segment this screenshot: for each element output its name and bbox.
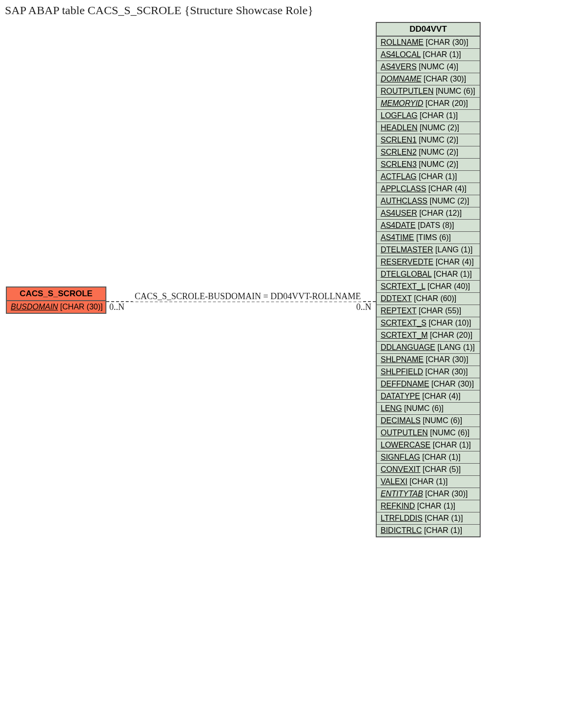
field-name: DTELMASTER — [381, 245, 433, 254]
field-type: [CHAR (30)] — [58, 303, 103, 311]
field-name: LOGFLAG — [381, 111, 418, 120]
field-name: SCRTEXT_L — [381, 282, 426, 290]
field-name: BUSDOMAIN — [11, 303, 58, 311]
field-type: [NUMC (6)] — [428, 429, 469, 437]
field-name: LOWERCASE — [381, 441, 430, 449]
field-type: [CHAR (1)] — [430, 441, 471, 449]
field-type: [LANG (1)] — [433, 245, 473, 254]
field-type: [CHAR (4)] — [433, 258, 474, 266]
field-name: SCRLEN2 — [381, 148, 417, 156]
field-name: AS4USER — [381, 209, 417, 217]
entity-dd04vvt: DD04VVT ROLLNAME [CHAR (30)]AS4LOCAL [CH… — [376, 22, 481, 537]
field-type: [NUMC (2)] — [427, 197, 469, 205]
field-name: CONVEXIT — [381, 465, 421, 473]
field-type: [TIMS (6)] — [414, 233, 451, 242]
field-name: SIGNFLAG — [381, 453, 420, 461]
field-name: RESERVEDTE — [381, 258, 433, 266]
field-type: [NUMC (2)] — [417, 148, 458, 156]
field-row: CONVEXIT [CHAR (5)] — [377, 464, 480, 476]
field-row: REFKIND [CHAR (1)] — [377, 500, 480, 512]
field-name: LENG — [381, 404, 402, 412]
field-name: REFKIND — [381, 502, 415, 510]
field-type: [CHAR (20)] — [423, 99, 468, 107]
field-type: [NUMC (2)] — [417, 136, 458, 144]
field-name: DECIMALS — [381, 416, 421, 425]
field-row: ROLLNAME [CHAR (30)] — [377, 37, 480, 49]
field-name: SCRLEN3 — [381, 160, 417, 168]
field-type: [CHAR (1)] — [421, 50, 461, 59]
field-name: ROLLNAME — [381, 38, 424, 46]
field-row: AUTHCLASS [NUMC (2)] — [377, 195, 480, 207]
field-row: DTELMASTER [LANG (1)] — [377, 244, 480, 256]
field-name: DEFFDNAME — [381, 380, 429, 388]
field-name: APPLCLASS — [381, 184, 426, 193]
field-type: [CHAR (5)] — [421, 465, 461, 473]
field-row: DEFFDNAME [CHAR (30)] — [377, 378, 480, 390]
field-row: SCRTEXT_L [CHAR (40)] — [377, 281, 480, 293]
field-row: OUTPUTLEN [NUMC (6)] — [377, 427, 480, 439]
field-name: AS4VERS — [381, 62, 417, 71]
cardinality-left: 0..N — [109, 302, 124, 312]
cardinality-right: 0..N — [356, 302, 371, 312]
field-name: ROUTPUTLEN — [381, 87, 433, 95]
er-diagram: CACS_S_SCROLE-BUSDOMAIN = DD04VVT-ROLLNA… — [0, 19, 588, 712]
field-type: [CHAR (1)] — [422, 526, 462, 534]
field-type: [NUMC (2)] — [418, 123, 459, 132]
field-row: LENG [NUMC (6)] — [377, 403, 480, 415]
field-type: [CHAR (1)] — [415, 502, 455, 510]
field-type: [NUMC (2)] — [417, 160, 458, 168]
field-row: ENTITYTAB [CHAR (30)] — [377, 488, 480, 500]
field-type: [CHAR (12)] — [417, 209, 462, 217]
field-type: [DATS (8)] — [416, 221, 454, 229]
field-name: DATATYPE — [381, 392, 420, 400]
field-name: DDLANGUAGE — [381, 343, 435, 351]
field-row: SCRTEXT_S [CHAR (10)] — [377, 317, 480, 329]
field-type: [CHAR (1)] — [431, 270, 472, 278]
field-row: SCRTEXT_M [CHAR (20)] — [377, 329, 480, 342]
field-row: DDTEXT [CHAR (60)] — [377, 293, 480, 305]
field-name: SCRLEN1 — [381, 136, 417, 144]
field-row: SCRLEN3 [NUMC (2)] — [377, 159, 480, 171]
field-name: DTELGLOBAL — [381, 270, 431, 278]
field-type: [CHAR (1)] — [423, 514, 463, 522]
field-row: SHLPNAME [CHAR (30)] — [377, 354, 480, 366]
field-type: [CHAR (1)] — [417, 172, 457, 181]
field-type: [CHAR (30)] — [429, 380, 474, 388]
field-row: LTRFLDDIS [CHAR (1)] — [377, 512, 480, 525]
field-name: SCRTEXT_S — [381, 319, 426, 327]
field-type: [NUMC (6)] — [433, 87, 475, 95]
field-type: [CHAR (30)] — [422, 75, 466, 83]
field-name: ACTFLAG — [381, 172, 417, 181]
page-title: SAP ABAP table CACS_S_SCROLE {Structure … — [0, 0, 588, 19]
field-type: [CHAR (10)] — [426, 319, 471, 327]
field-type: [CHAR (4)] — [426, 184, 466, 193]
field-row: SCRLEN2 [NUMC (2)] — [377, 146, 480, 159]
field-name: DOMNAME — [381, 75, 422, 83]
entity-header: DD04VVT — [377, 23, 480, 37]
field-type: [CHAR (20)] — [428, 331, 473, 339]
field-type: [NUMC (6)] — [421, 416, 462, 425]
field-row: DATATYPE [CHAR (4)] — [377, 390, 480, 403]
field-row: MEMORYID [CHAR (20)] — [377, 98, 480, 110]
field-row: BUSDOMAIN [CHAR (30)] — [7, 301, 105, 313]
field-row: APPLCLASS [CHAR (4)] — [377, 183, 480, 195]
field-row: VALEXI [CHAR (1)] — [377, 476, 480, 488]
field-type: [LANG (1)] — [435, 343, 475, 351]
field-type: [CHAR (4)] — [420, 392, 461, 400]
field-type: [NUMC (6)] — [402, 404, 444, 412]
field-name: VALEXI — [381, 477, 407, 486]
field-row: DDLANGUAGE [LANG (1)] — [377, 342, 480, 354]
field-name: SCRTEXT_M — [381, 331, 428, 339]
field-name: REPTEXT — [381, 306, 417, 315]
field-row: AS4TIME [TIMS (6)] — [377, 232, 480, 244]
field-type: [CHAR (55)] — [417, 306, 462, 315]
entity-cacs-s-scrole: CACS_S_SCROLE BUSDOMAIN [CHAR (30)] — [6, 286, 106, 314]
field-type: [CHAR (1)] — [418, 111, 458, 120]
field-row: HEADLEN [NUMC (2)] — [377, 122, 480, 134]
field-name: DDTEXT — [381, 294, 412, 303]
entity-header: CACS_S_SCROLE — [7, 287, 105, 301]
field-row: AS4LOCAL [CHAR (1)] — [377, 49, 480, 61]
field-name: MEMORYID — [381, 99, 423, 107]
field-row: ROUTPUTLEN [NUMC (6)] — [377, 85, 480, 98]
field-row: SIGNFLAG [CHAR (1)] — [377, 451, 480, 464]
